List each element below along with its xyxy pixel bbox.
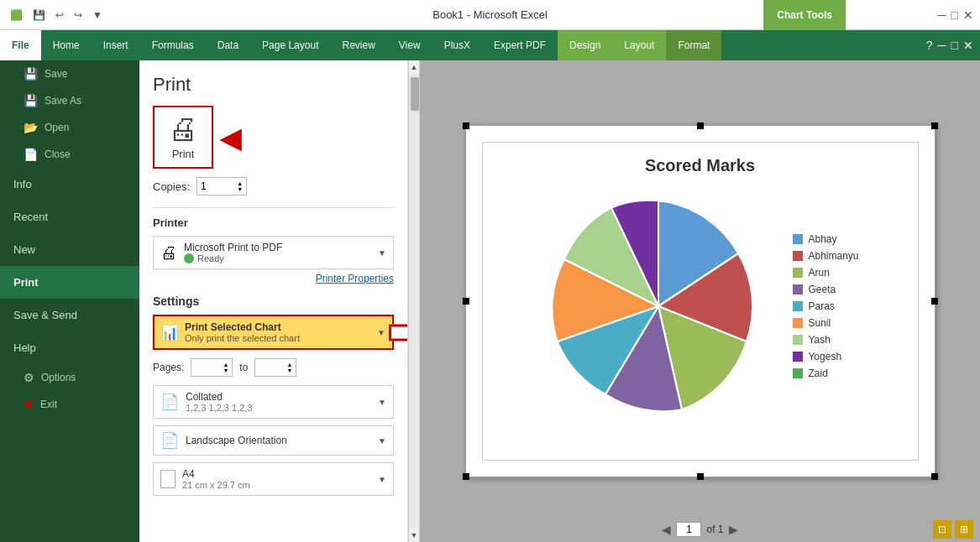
handle-tl[interactable]	[463, 122, 469, 129]
redo-icon[interactable]: ↪	[71, 8, 86, 23]
copies-down-arrow[interactable]: ▼	[237, 186, 243, 192]
tab-formulas[interactable]: Formulas	[140, 30, 206, 60]
legend-yash: Yash	[793, 334, 858, 346]
copies-label: Copies:	[153, 180, 190, 193]
sidebar-item-recent[interactable]: Recent	[0, 201, 139, 233]
sidebar-item-print[interactable]: Print	[0, 266, 139, 299]
sidebar-item-open[interactable]: 📂 Open	[0, 114, 139, 141]
orientation-dropdown-arrow[interactable]: ▼	[378, 436, 386, 446]
save-icon: 💾	[24, 67, 38, 81]
sidebar-item-close[interactable]: 📄 Close	[0, 141, 139, 168]
sidebar-item-save-send[interactable]: Save & Send	[0, 299, 139, 331]
orientation-dropdown[interactable]: 📄 Landscape Orientation ▼	[153, 425, 394, 456]
legend-color-geeta	[793, 284, 803, 294]
tab-design[interactable]: Design	[558, 30, 612, 60]
preview-bottom-right: ⊡ ⊞	[933, 520, 973, 539]
collated-dropdown-arrow[interactable]: ▼	[378, 398, 386, 407]
chart-preview: Scored Marks	[465, 125, 935, 477]
title-bar: 🟩 💾 ↩ ↪ ▼ Chart Tools Book1 - Microsoft …	[0, 0, 980, 30]
print-button-label: Print	[172, 148, 195, 160]
options-icon: ⚙	[24, 371, 34, 384]
tab-layout[interactable]: Layout	[612, 30, 666, 60]
tab-page-layout[interactable]: Page Layout	[250, 30, 330, 60]
orientation-icon: 📄	[160, 431, 179, 450]
pages-from-down[interactable]: ▼	[223, 367, 228, 373]
pages-to-up[interactable]: ▲	[286, 362, 292, 367]
settings-section-title: Settings	[153, 294, 394, 308]
pages-row: Pages: ▲ ▼ to ▲ ▼	[153, 358, 394, 377]
tab-review[interactable]: Review	[330, 30, 386, 60]
restore-icon[interactable]: □	[951, 39, 958, 52]
pie-chart	[541, 189, 776, 424]
more-icon[interactable]: ▼	[89, 8, 106, 23]
pages-to-spinner[interactable]: ▲ ▼	[286, 362, 292, 373]
pages-from-up[interactable]: ▲	[223, 362, 228, 367]
collated-dropdown[interactable]: 📄 Collated 1,2,3 1,2,3 1,2,3 ▼	[153, 385, 394, 419]
copies-spinner[interactable]: ▲ ▼	[237, 180, 243, 192]
maximize-icon[interactable]: □	[951, 8, 958, 22]
page-number-input[interactable]	[676, 522, 701, 537]
zoom-fit-icon[interactable]: ⊡	[933, 520, 951, 539]
paper-desc: 21 cm x 29.7 cm	[182, 480, 371, 490]
tab-format[interactable]: Format	[666, 30, 721, 60]
legend-color-abhay	[793, 234, 803, 244]
sidebar-item-options[interactable]: ⚙ Options	[0, 364, 139, 391]
scroll-thumb[interactable]	[411, 77, 419, 111]
help-icon[interactable]: ?	[926, 39, 933, 52]
exit-icon: ✖	[24, 398, 34, 411]
zoom-page-icon[interactable]: ⊞	[955, 520, 973, 539]
tab-view[interactable]: View	[387, 30, 432, 60]
scroll-down-arrow[interactable]: ▼	[408, 529, 421, 542]
sidebar-item-save[interactable]: 💾 Save	[0, 60, 139, 87]
handle-tr[interactable]	[931, 122, 938, 129]
printer-dropdown-arrow[interactable]: ▼	[378, 248, 386, 258]
panel-scrollbar[interactable]: ▲ ▼	[408, 60, 420, 542]
handle-bl[interactable]	[463, 473, 469, 480]
quick-save-icon[interactable]: 💾	[29, 8, 49, 23]
close-icon[interactable]: ✕	[963, 8, 973, 22]
chart-dropdown-arrow[interactable]: ▼	[377, 328, 385, 337]
sidebar-item-exit[interactable]: ✖ Exit	[0, 391, 139, 418]
printer-selector[interactable]: 🖨 Microsoft Print to PDF Ready ▼	[153, 236, 394, 269]
print-chart-selector[interactable]: 📊 Print Selected Chart Only print the se…	[153, 315, 394, 350]
tab-file[interactable]: File	[0, 30, 41, 60]
handle-mr[interactable]	[931, 298, 938, 305]
pages-to-input[interactable]: ▲ ▼	[254, 358, 296, 377]
tab-data[interactable]: Data	[206, 30, 250, 60]
sidebar-item-save-as[interactable]: 💾 Save As	[0, 87, 139, 114]
handle-bm[interactable]	[697, 473, 704, 480]
copies-input[interactable]: 1 ▲ ▼	[197, 177, 247, 195]
pages-from-spinner[interactable]: ▲ ▼	[223, 362, 228, 373]
undo-icon[interactable]: ↩	[52, 8, 67, 23]
print-arrow-annotation: ◀	[220, 122, 241, 154]
pages-to-down[interactable]: ▼	[286, 367, 292, 373]
prev-page-arrow[interactable]: ◀	[662, 523, 671, 536]
tab-insert[interactable]: Insert	[92, 30, 140, 60]
tab-home[interactable]: Home	[41, 30, 92, 60]
printer-properties-link[interactable]: Printer Properties	[153, 273, 394, 284]
sidebar-item-info[interactable]: Info	[0, 168, 139, 201]
tab-plusx[interactable]: PlusX	[432, 30, 482, 60]
title-bar-left-icons: 🟩 💾 ↩ ↪ ▼	[7, 8, 106, 23]
sidebar-item-new[interactable]: New	[0, 233, 139, 266]
minimize-ribbon-icon[interactable]: ─	[938, 39, 946, 52]
sidebar-item-help[interactable]: Help	[0, 331, 139, 364]
handle-tm[interactable]	[697, 122, 704, 129]
next-page-arrow[interactable]: ▶	[729, 523, 738, 536]
legend-color-paras	[793, 301, 803, 311]
print-button[interactable]: 🖨 Print	[153, 106, 213, 169]
orientation-name: Landscape Orientation	[186, 435, 371, 446]
pages-from-input[interactable]: ▲ ▼	[191, 358, 233, 377]
paper-dropdown-arrow[interactable]: ▼	[378, 475, 386, 484]
legend-abhimanyu: Abhimanyu	[793, 250, 858, 262]
handle-br[interactable]	[931, 473, 938, 480]
legend-color-arun	[793, 268, 803, 278]
orientation-info: Landscape Orientation	[186, 435, 371, 446]
copies-up-arrow[interactable]: ▲	[237, 180, 243, 186]
close-app-icon[interactable]: ✕	[963, 39, 973, 52]
handle-ml[interactable]	[463, 298, 469, 305]
scroll-up-arrow[interactable]: ▲	[408, 60, 421, 74]
tab-expert-pdf[interactable]: Expert PDF	[482, 30, 558, 60]
minimize-icon[interactable]: ─	[938, 8, 946, 22]
paper-dropdown[interactable]: A4 21 cm x 29.7 cm ▼	[153, 462, 394, 496]
